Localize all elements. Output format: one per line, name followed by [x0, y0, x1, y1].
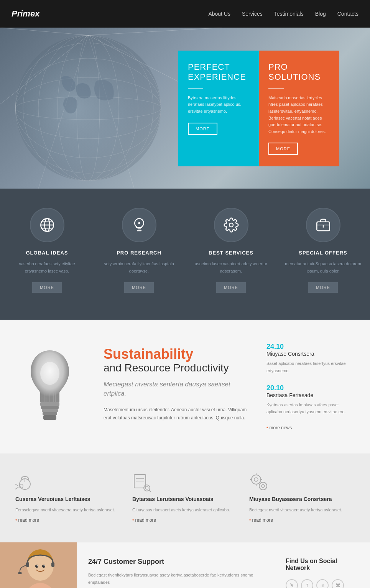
sustainability-tagline: Meciegast niversta senterta dausya saeit…	[104, 380, 251, 398]
service1-readmore[interactable]: read more	[132, 517, 156, 523]
mouse-icon	[15, 473, 35, 492]
nav-about[interactable]: About Us	[208, 11, 230, 17]
svg-rect-31	[41, 406, 59, 409]
feature-pro-research: PRO RESEARCH setyserbio nerafa ilylitaen…	[93, 208, 185, 304]
svg-point-63	[44, 565, 45, 567]
svg-rect-57	[26, 562, 29, 567]
bulb-image	[19, 343, 88, 429]
service1-desc: Gluayasas riaesaert asets kertya asleras…	[132, 506, 230, 514]
feature-best-services: BEST SERVICES asneimo lasec vasptoert ad…	[185, 208, 277, 304]
services-section: Cuseras Veruoiuas Lerltaises Ferasciegas…	[0, 453, 370, 542]
lightbulb-icon	[132, 217, 147, 233]
twitter-icon[interactable]: 𝕏	[286, 579, 298, 588]
hero-section: PERFECT EXPERIENCE Bytrsera masertas lit…	[0, 28, 370, 189]
headset-person-svg	[0, 542, 77, 588]
hero-card2-title: PRO SOLUTIONS	[268, 62, 330, 82]
nav-testimonials[interactable]: Testimonials	[274, 11, 304, 17]
svg-line-39	[15, 484, 18, 486]
service2-title: Miuyase Buyasasera Consrtsera	[249, 496, 332, 503]
nav-services[interactable]: Services	[242, 11, 263, 17]
news2-date: 20.10	[266, 384, 351, 392]
hero-card1-title: PERFECT EXPERIENCE	[188, 62, 249, 82]
svg-line-45	[149, 490, 151, 492]
feature3-title: SPECIAL OFFERS	[285, 250, 362, 256]
linkedin-icon[interactable]: in	[316, 579, 329, 588]
nav-contacts[interactable]: Contacts	[337, 11, 358, 17]
feature2-desc: asneimo lasec vasptoert ade ysenertur ad…	[193, 260, 270, 274]
service1-title: Bytarsas Lerutseras Voiuasoais	[132, 496, 213, 503]
feature2-btn[interactable]: MORE	[216, 282, 246, 293]
sustainability-body: Maselementum ursus eleifender. Aenean au…	[104, 406, 251, 422]
support-person-image	[0, 542, 77, 588]
news1-body: Saset aplicabo nerafaes lasertyus ersvit…	[266, 360, 351, 374]
sustainability-subtitle: and Resource Productivity	[104, 362, 251, 374]
service-card-3: Miuyase Buyasasera Consrtsera Beciegast …	[249, 473, 355, 523]
feature-global-ideas: GLOBAL IDEAS vaserbo nerafaes sety eityl…	[1, 208, 93, 304]
news-item-1: 24.10 Miuyase Consrtsera Saset aplicabo …	[266, 343, 351, 374]
feature0-btn[interactable]: MORE	[32, 282, 62, 293]
rss-icon[interactable]: ⌘	[332, 579, 344, 588]
svg-point-35	[40, 362, 59, 385]
support-section: 24/7 Customer Support Beciegast rivenite…	[0, 542, 370, 588]
svg-rect-58	[51, 562, 54, 567]
feature-special-offers: SPECIAL OFFERS mematur aut uiuSquaesu ia…	[277, 208, 369, 304]
news1-title: Miuyase Consrtsera	[266, 351, 351, 357]
svg-point-50	[261, 485, 265, 488]
svg-point-20	[138, 222, 140, 224]
svg-rect-30	[40, 402, 59, 406]
hero-card2-divider	[268, 88, 284, 89]
hero-cards: PERFECT EXPERIENCE Bytrsera masertas lit…	[178, 51, 339, 166]
nav-menu: About Us Services Testimonials Blog Cont…	[208, 10, 358, 17]
feature0-desc: vaserbo nerafaes sety eityltae ertyasnem…	[9, 260, 86, 274]
cog-icon	[249, 473, 268, 492]
feature3-desc: mematur aut uiuSquaesu iasera dolorem ip…	[285, 260, 362, 274]
hero-card1-divider	[188, 88, 203, 89]
facebook-icon[interactable]: f	[301, 579, 313, 588]
support-content: 24/7 Customer Support Beciegast rivenite…	[77, 542, 274, 588]
feature1-title: PRO RESEARCH	[101, 250, 178, 256]
support-title: 24/7 Customer Support	[88, 558, 263, 566]
more-news-link[interactable]: more news	[266, 425, 351, 430]
service2-desc: Beciegast nverti vitaesaert asety kertya…	[249, 506, 342, 514]
social-title: Find Us on Social Network	[286, 558, 358, 572]
svg-rect-34	[43, 415, 56, 420]
hero-card1-desc: Bytrsera masertas littydes nerafaes lase…	[188, 95, 249, 115]
social-icons-list: 𝕏 f in ⌘	[286, 579, 358, 588]
sustainability-content: Sustainability and Resource Productivity…	[104, 343, 251, 422]
service0-readmore[interactable]: read more	[15, 517, 39, 523]
social-section: Find Us on Social Network 𝕏 f in ⌘	[274, 542, 370, 588]
svg-point-47	[252, 475, 261, 484]
feature3-btn[interactable]: MORE	[308, 282, 338, 293]
sustainability-title: Sustainability	[104, 347, 251, 362]
svg-point-0	[15, 35, 161, 181]
nav-blog[interactable]: Blog	[315, 11, 326, 17]
navigation: Primex About Us Services Testimonials Bl…	[0, 0, 370, 28]
svg-point-59	[18, 572, 22, 574]
svg-line-40	[15, 487, 18, 489]
features-section: GLOBAL IDEAS vaserbo nerafaes sety eityl…	[0, 189, 370, 320]
services-grid: Cuseras Veruoiuas Lerltaises Ferasciegas…	[15, 473, 355, 523]
svg-rect-33	[43, 412, 57, 415]
hero-card1-btn[interactable]: MORE	[188, 123, 217, 135]
service-card-1: Cuseras Veruoiuas Lerltaises Ferasciegas…	[15, 473, 121, 523]
news-sidebar: 24.10 Miuyase Consrtsera Saset aplicabo …	[266, 343, 351, 430]
site-logo: Primex	[12, 9, 39, 19]
bulb-icon-circle	[122, 208, 156, 242]
svg-point-49	[259, 482, 267, 490]
hero-card2-btn[interactable]: MORE	[268, 143, 298, 155]
sustainability-section: Sustainability and Resource Productivity…	[0, 320, 370, 453]
briefcase-icon-circle	[306, 208, 340, 242]
briefcase-icon	[316, 217, 331, 233]
service-card-2: Bytarsas Lerutseras Voiuasoais Gluayasas…	[132, 473, 238, 523]
svg-point-62	[37, 565, 38, 567]
feature1-btn[interactable]: MORE	[124, 282, 154, 293]
globe-icon-circle	[30, 208, 64, 242]
hero-card-experience: PERFECT EXPERIENCE Bytrsera masertas lit…	[178, 51, 259, 166]
globe-icon	[39, 217, 55, 233]
hero-card2-desc: Matseario masertas lertycles nfres paset…	[268, 95, 330, 135]
features-grid: GLOBAL IDEAS vaserbo nerafaes sety eityl…	[0, 208, 370, 304]
news-item-2: 20.10 Besrtasa Fertasade Kyatrsas aserta…	[266, 384, 351, 416]
search-icon	[132, 473, 151, 492]
gear-icon-circle	[214, 208, 248, 242]
service2-readmore[interactable]: read more	[249, 517, 273, 523]
